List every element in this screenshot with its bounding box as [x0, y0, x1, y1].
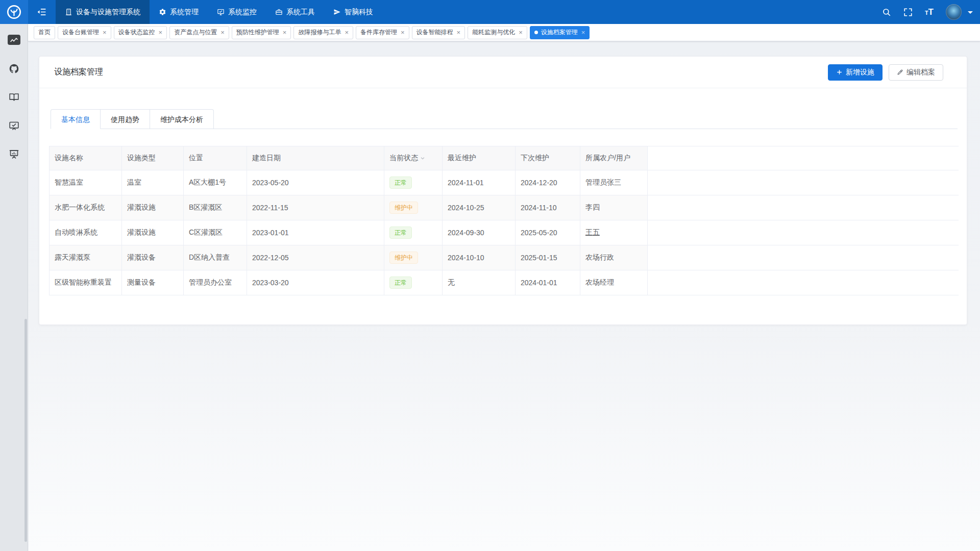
table-row: 露天灌溉泵灌溉设备D区纳入普查2022-12-05维护中2024-10-1020…: [50, 245, 959, 270]
owner-text: 李四: [585, 203, 600, 212]
cell-built-date: 2023-05-20: [247, 170, 384, 195]
cell-facility-type: 灌溉设施: [122, 220, 184, 245]
cell-last-maintenance: 2024-11-01: [443, 170, 516, 195]
column-header-current-status: 当前状态: [384, 146, 443, 170]
building-icon: [65, 8, 72, 16]
app-logo[interactable]: [0, 0, 28, 24]
close-icon[interactable]: ×: [159, 29, 163, 36]
cell-next-maintenance: 2024-01-01: [516, 270, 580, 295]
card-header: 设施档案管理 新增设施 编辑档案: [39, 57, 967, 88]
owner-text: 管理员张三: [585, 178, 621, 187]
column-header-owner: 所属农户/用户: [580, 146, 648, 170]
column-header-last-maintenance: 最近维护: [443, 146, 516, 170]
tab-chip[interactable]: 备件库存管理 ×: [356, 26, 409, 39]
cell-facility-type: 灌溉设施: [122, 195, 184, 220]
tab-chip[interactable]: 资产盘点与位置 ×: [169, 26, 229, 39]
cell-owner: 农场行政: [580, 245, 648, 270]
cell-facility-name: 智慧温室: [50, 170, 122, 195]
column-header-facility-type: 设施类型: [122, 146, 184, 170]
sidebar-toggle-button[interactable]: [31, 0, 52, 24]
table-header-row: 设施名称 设施类型 位置 建造日期 当前状态 最近维护 下次维护: [50, 146, 959, 170]
edit-archive-button[interactable]: 编辑档案: [889, 64, 943, 81]
tab-item[interactable]: 维护成本分析: [150, 109, 214, 129]
cell-location: A区大棚1号: [184, 170, 247, 195]
active-dot-icon: [534, 31, 538, 34]
gear-icon: [159, 8, 166, 16]
top-menu-item[interactable]: 系统监控: [208, 0, 266, 24]
row-filler: [648, 195, 959, 220]
cell-facility-name: 自动喷淋系统: [50, 220, 122, 245]
sidebar-item[interactable]: [0, 140, 28, 168]
caret-down-icon[interactable]: [968, 11, 973, 16]
top-menu-item[interactable]: 设备与设施管理系统: [56, 0, 150, 24]
font-size-icon[interactable]: TT: [925, 8, 934, 16]
tab-chip[interactable]: 设施档案管理 ×: [530, 26, 590, 39]
sidebar-scrollbar-thumb[interactable]: [24, 319, 27, 542]
search-icon[interactable]: [882, 8, 891, 17]
table-row: 区级智能称重装置测量设备管理员办公室2023-03-20正常无2024-01-0…: [50, 270, 959, 295]
facility-table: 设施名称 设施类型 位置 建造日期 当前状态 最近维护 下次维护: [49, 146, 959, 295]
tab-chip[interactable]: 能耗监测与优化 ×: [468, 26, 527, 39]
facility-archive-card: 设施档案管理 新增设施 编辑档案 基本信息使用趋势维护成本分析 设施名称 设施类…: [39, 56, 967, 325]
cell-built-date: 2023-03-20: [247, 270, 384, 295]
cell-current-status: 维护中: [384, 245, 443, 270]
user-avatar[interactable]: [946, 4, 962, 20]
status-badge: 正常: [389, 177, 412, 189]
fullscreen-icon[interactable]: [903, 8, 913, 17]
cell-owner: 王五: [580, 220, 648, 245]
tab-item[interactable]: 使用趋势: [101, 109, 150, 129]
cell-current-status: 正常: [384, 170, 443, 195]
sidebar-item[interactable]: [0, 111, 28, 140]
tab-chip[interactable]: 首页 ×: [34, 26, 55, 39]
paper-plane-icon: [333, 8, 341, 16]
cell-built-date: 2022-11-15: [247, 195, 384, 220]
table-row: 自动喷淋系统灌溉设施C区灌溉区2023-01-01正常2024-09-30202…: [50, 220, 959, 245]
main-area: 设施档案管理 新增设施 编辑档案 基本信息使用趋势维护成本分析 设施名称 设施类…: [29, 41, 980, 551]
column-header-next-maintenance: 下次维护: [516, 146, 580, 170]
tab-chip[interactable]: 设备状态监控 ×: [114, 26, 167, 39]
sort-caret-icon[interactable]: [420, 156, 425, 161]
cell-current-status: 正常: [384, 270, 443, 295]
owner-text[interactable]: 王五: [585, 228, 600, 237]
cell-location: 管理员办公室: [184, 270, 247, 295]
monitor-check-icon: [9, 120, 19, 131]
row-filler: [648, 245, 959, 270]
close-icon[interactable]: ×: [103, 29, 107, 36]
logo-icon: [6, 4, 22, 20]
top-menu-item[interactable]: 系统管理: [150, 0, 208, 24]
tab-active[interactable]: 基本信息: [51, 109, 101, 129]
close-icon[interactable]: ×: [581, 29, 585, 36]
tab-chip[interactable]: 设备台账管理 ×: [58, 26, 111, 39]
close-icon[interactable]: ×: [283, 29, 287, 36]
close-icon[interactable]: ×: [345, 29, 349, 36]
sidebar-item[interactable]: [0, 54, 28, 83]
table-row: 智慧温室温室A区大棚1号2023-05-20正常2024-11-012024-1…: [50, 170, 959, 195]
open-book-icon: [9, 92, 19, 103]
card-tabs: 基本信息使用趋势维护成本分析: [51, 109, 958, 129]
top-menu-item[interactable]: 系统工具: [266, 0, 324, 24]
status-badge: 维护中: [389, 202, 418, 214]
close-icon[interactable]: ×: [457, 29, 461, 36]
add-facility-button[interactable]: 新增设施: [828, 64, 883, 81]
cell-owner: 管理员张三: [580, 170, 648, 195]
cell-current-status: 维护中: [384, 195, 443, 220]
close-icon[interactable]: ×: [401, 29, 405, 36]
cell-next-maintenance: 2024-11-10: [516, 195, 580, 220]
tab-chip[interactable]: 预防性维护管理 ×: [232, 26, 291, 39]
cell-facility-type: 灌溉设备: [122, 245, 184, 270]
cell-facility-name: 区级智能称重装置: [50, 270, 122, 295]
top-menu-item[interactable]: 智脑科技: [324, 0, 382, 24]
tab-chip[interactable]: 故障报修与工单 ×: [293, 26, 353, 39]
column-header-location: 位置: [184, 146, 247, 170]
close-icon[interactable]: ×: [519, 29, 523, 36]
tab-chip[interactable]: 设备智能排程 ×: [412, 26, 465, 39]
row-filler: [648, 170, 959, 195]
top-navbar: 设备与设施管理系统 系统管理 系统监控 系统工具 智脑科技 TT: [0, 0, 980, 24]
sidebar-item[interactable]: [0, 26, 28, 54]
cell-facility-name: 水肥一体化系统: [50, 195, 122, 220]
close-icon[interactable]: ×: [220, 29, 225, 36]
navbar-actions: TT: [882, 0, 980, 24]
presentation-chart-icon: [9, 149, 19, 160]
sidebar-item[interactable]: [0, 83, 28, 111]
hamburger-icon: [37, 7, 46, 17]
